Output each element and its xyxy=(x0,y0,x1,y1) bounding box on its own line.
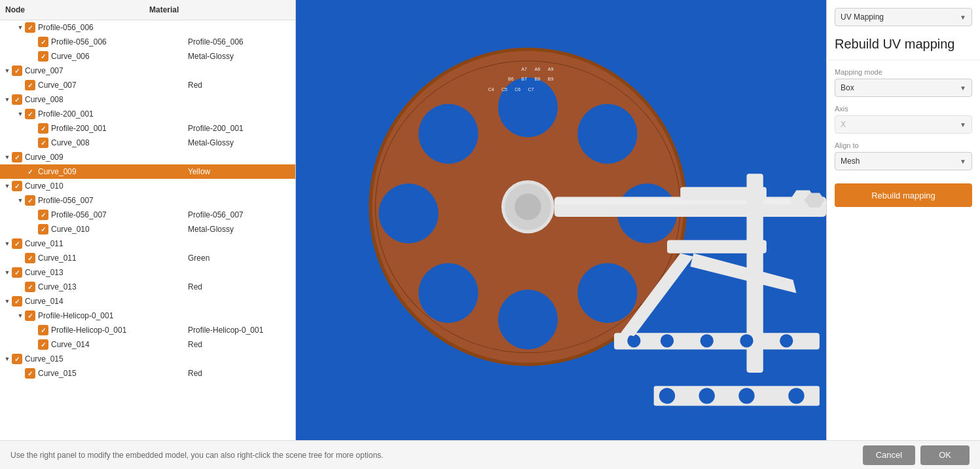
tree-node-name: Profile-056_007 xyxy=(51,210,188,219)
tree-item[interactable]: ▼Curve_009 xyxy=(0,150,295,164)
tree-checkbox[interactable] xyxy=(12,296,22,307)
svg-rect-19 xyxy=(667,240,767,253)
tree-checkbox[interactable] xyxy=(12,66,22,76)
tree-item[interactable]: Profile-200_001Profile-200_001 xyxy=(0,121,295,136)
tree-item[interactable]: ▼Profile-200_001 xyxy=(0,107,295,121)
tree-item[interactable]: Curve_014Red xyxy=(0,337,295,352)
tree-checkbox[interactable] xyxy=(12,354,22,364)
tree-item[interactable]: Profile-056_007Profile-056_007 xyxy=(0,208,295,222)
cancel-button[interactable]: Cancel xyxy=(863,445,915,465)
mapping-mode-select[interactable]: Box ▼ xyxy=(835,79,972,97)
tree-arrow-icon[interactable]: ▼ xyxy=(3,354,12,364)
tree-checkbox[interactable] xyxy=(12,238,22,249)
tree-arrow-icon[interactable]: ▼ xyxy=(16,23,25,32)
tree-material-label: Green xyxy=(188,253,293,263)
rebuild-mapping-button[interactable]: Rebuild mapping xyxy=(835,183,972,207)
svg-text:B6: B6 xyxy=(508,77,514,82)
svg-point-4 xyxy=(418,104,478,164)
tree-arrow-icon[interactable]: ▼ xyxy=(3,181,12,191)
tree-node-name: Curve_007 xyxy=(25,66,188,75)
tree-checkbox[interactable] xyxy=(25,22,35,33)
tree-checkbox[interactable] xyxy=(25,80,35,90)
tree-checkbox[interactable] xyxy=(25,253,35,263)
tree-arrow-icon[interactable]: ▼ xyxy=(3,297,12,306)
tree-material-label: Profile-056_006 xyxy=(188,37,293,47)
tree-node-name: Profile-056_006 xyxy=(38,23,188,32)
tree-node-name: Curve_008 xyxy=(25,95,188,104)
tree-item[interactable]: ▼Curve_014 xyxy=(0,294,295,309)
tree-arrow-icon[interactable]: ▼ xyxy=(16,109,25,119)
axis-select: X ▼ xyxy=(835,115,972,134)
tree-checkbox[interactable] xyxy=(25,195,35,206)
tree-checkbox[interactable] xyxy=(12,267,22,278)
tree-checkbox[interactable] xyxy=(38,224,48,235)
chevron-down-icon: ▼ xyxy=(960,158,966,165)
mapping-mode-label: Mapping mode xyxy=(835,68,972,76)
viewport[interactable]: A7 A8 A9 B6 B7 B8 B9 C4 C5 C6 C7 xyxy=(296,0,826,440)
tree-item[interactable]: Curve_011Green xyxy=(0,251,295,265)
tree-item[interactable]: ▼Curve_010 xyxy=(0,179,295,193)
tree-checkbox[interactable] xyxy=(25,166,35,177)
tree-arrow-icon[interactable]: ▼ xyxy=(3,268,12,277)
scene-tree-content[interactable]: ▼Profile-056_006Profile-056_006Profile-0… xyxy=(0,20,295,440)
tree-arrow-icon[interactable]: ▼ xyxy=(3,95,12,104)
tree-item[interactable]: Curve_015Red xyxy=(0,366,295,381)
tree-checkbox[interactable] xyxy=(12,94,22,105)
tree-item[interactable]: Profile-056_006Profile-056_006 xyxy=(0,35,295,49)
tree-arrow-icon[interactable]: ▼ xyxy=(3,239,12,248)
tree-item[interactable]: ▼Profile-Helicop-0_001 xyxy=(0,309,295,323)
tree-material-label: Red xyxy=(188,340,293,349)
tree-checkbox[interactable] xyxy=(25,368,35,379)
align-to-select[interactable]: Mesh ▼ xyxy=(835,152,972,170)
tree-item[interactable]: ▼Curve_015 xyxy=(0,352,295,366)
tree-node-name: Profile-056_006 xyxy=(51,37,188,47)
ok-button[interactable]: OK xyxy=(920,445,970,465)
tree-checkbox[interactable] xyxy=(38,325,48,335)
tree-item[interactable]: ▼Curve_007 xyxy=(0,64,295,78)
tree-item[interactable]: ▼Profile-056_007 xyxy=(0,193,295,208)
tree-item[interactable]: ▼Curve_008 xyxy=(0,92,295,107)
tree-checkbox[interactable] xyxy=(38,339,48,350)
tree-node-name: Profile-200_001 xyxy=(38,109,188,119)
tree-arrow-icon[interactable]: ▼ xyxy=(16,196,25,205)
tree-checkbox[interactable] xyxy=(38,210,48,220)
svg-text:C6: C6 xyxy=(515,87,520,92)
tree-checkbox[interactable] xyxy=(38,123,48,134)
tree-checkbox[interactable] xyxy=(12,152,22,162)
tree-node-name: Curve_011 xyxy=(25,239,188,248)
tree-node-name: Curve_008 xyxy=(51,138,188,147)
tree-checkbox[interactable] xyxy=(12,181,22,191)
tree-item[interactable]: ▼Curve_011 xyxy=(0,236,295,251)
svg-point-45 xyxy=(788,388,804,403)
tree-arrow-icon[interactable]: ▼ xyxy=(16,311,25,320)
tree-node-name: Curve_006 xyxy=(51,52,188,61)
tree-item[interactable]: Curve_008Metal-Glossy xyxy=(0,136,295,150)
tree-checkbox[interactable] xyxy=(38,51,48,62)
tree-checkbox[interactable] xyxy=(38,138,48,148)
tree-checkbox[interactable] xyxy=(38,37,48,47)
tree-node-name: Curve_014 xyxy=(25,297,188,306)
svg-text:B8: B8 xyxy=(535,77,541,82)
svg-point-25 xyxy=(740,334,753,347)
tree-item[interactable]: Curve_010Metal-Glossy xyxy=(0,222,295,236)
tree-checkbox[interactable] xyxy=(25,109,35,119)
tree-node-name: Curve_007 xyxy=(38,81,188,90)
uv-mapping-dropdown[interactable]: UV Mapping ▼ xyxy=(835,8,972,26)
align-to-label: Align to xyxy=(835,141,972,149)
uv-mapping-label: UV Mapping xyxy=(841,12,884,22)
tree-item[interactable]: Curve_007Red xyxy=(0,78,295,92)
align-to-value: Mesh xyxy=(841,157,860,166)
svg-point-43 xyxy=(699,388,715,403)
tree-arrow-icon[interactable]: ▼ xyxy=(3,153,12,162)
tree-checkbox[interactable] xyxy=(25,282,35,292)
tree-item[interactable]: ▼Profile-056_006 xyxy=(0,20,295,35)
chevron-down-icon: ▼ xyxy=(960,121,966,128)
tree-checkbox[interactable] xyxy=(25,310,35,321)
tree-item[interactable]: Curve_013Red xyxy=(0,280,295,294)
svg-rect-18 xyxy=(680,187,767,200)
tree-item[interactable]: ▼Curve_013 xyxy=(0,265,295,280)
tree-item[interactable]: Profile-Helicop-0_001Profile-Helicop-0_0… xyxy=(0,323,295,337)
tree-item[interactable]: Curve_006Metal-Glossy xyxy=(0,49,295,64)
tree-arrow-icon[interactable]: ▼ xyxy=(3,66,12,75)
tree-item[interactable]: Curve_009Yellow xyxy=(0,164,295,179)
